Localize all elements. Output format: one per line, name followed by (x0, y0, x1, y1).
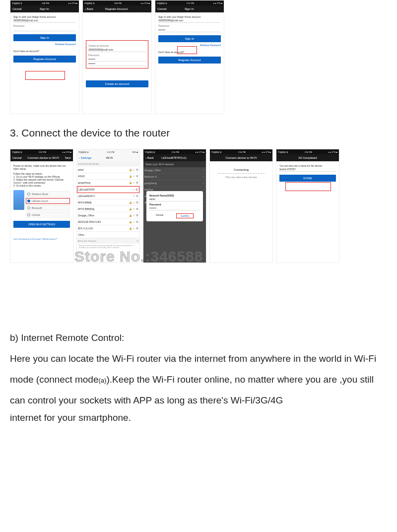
page-title: Wi-Fi (91, 156, 128, 159)
page-title: All Completed (288, 156, 327, 159)
page-title: Connect device to Wi-Fi (22, 156, 65, 159)
wifi-item[interactable]: LEDnet95A57Cᯤ ⓘ (77, 193, 139, 200)
email-field[interactable]: 393585099@mail.com (13, 18, 76, 23)
retrieve-password-link[interactable]: Retrieve Password (13, 43, 76, 46)
highlight-register (25, 71, 65, 80)
password-field[interactable]: •••••••• (158, 28, 221, 32)
phone-completed: 中国移动 令2:54 PM● ● 27% ■ All Completed You… (276, 149, 339, 263)
wifi-item[interactable]: MH专用网络5g🔒 ᯤ ⓘ (77, 206, 139, 212)
wifi-signal-icon: 🔒 ᯤ ⓘ (129, 168, 138, 171)
wifi-item-other[interactable]: Other... (77, 232, 139, 238)
cancel-button[interactable]: Cancel (12, 7, 22, 10)
password-confirm-field[interactable]: •••••••• (88, 62, 146, 66)
password-field[interactable] (13, 28, 76, 31)
wifi-item[interactable]: ASUS🔒 ᯤ ⓘ (77, 173, 139, 180)
section-b-body: Here you can locate the Wi-Fi router via… (10, 348, 387, 410)
wifi-item[interactable]: gongchengᯤ (143, 180, 206, 187)
done-button[interactable]: DONE (279, 175, 336, 182)
password-field[interactable]: •••••••• (88, 57, 146, 62)
cancel-button[interactable]: Cancel (156, 213, 164, 218)
connecting-sub: This may take a few minutes (213, 176, 269, 179)
wifi-password-field[interactable]: •••••••• (149, 206, 200, 210)
step-3-heading: 3. Connect the device to the router (10, 127, 387, 139)
wifi-item[interactable]: Zengge_Officeᯤ (143, 167, 206, 174)
signin-screens-row: 中国移动 令2:08 PM● ● 27% ■ CancelSign In Sig… (10, 0, 387, 114)
page-title: LEDnet878787(v1) (154, 156, 194, 159)
wifi-item[interactable]: MH专用网络🔒 ᯤ ⓘ (77, 200, 139, 206)
wifi-network-list: aslan🔒 ᯤ ⓘ ASUS🔒 ᯤ ⓘ gongcheng🔒 ᯤ ⓘ LEDn… (77, 167, 139, 238)
back-button[interactable]: ‹ Back (145, 156, 154, 159)
highlight-done (285, 182, 331, 191)
wifi-password-modal: Network Name(SSID) aslan Password ••••••… (146, 191, 203, 221)
page-title: Sign In (167, 7, 212, 10)
wifi-item[interactable]: aslan🔒 ᯤ ⓘ (77, 167, 139, 173)
section-b-heading: b) Internet Remote Control: (10, 332, 387, 343)
wifi-item[interactable]: Bedroom Aᯤ (143, 174, 206, 180)
sign-in-button[interactable]: Sign In (13, 34, 76, 41)
register-account-button[interactable]: Register Account (158, 57, 221, 64)
cant-find-link[interactable]: Can't find network of the format "LEDnet… (13, 238, 70, 240)
open-wifi-settings-button[interactable]: OPEN WI-FI SETTINGS (13, 221, 70, 228)
page-title: Register Account (93, 7, 139, 10)
section-b-body-tail: internet for your smartphone. (10, 410, 387, 425)
phone-signin-empty: 中国移动 令2:08 PM● ● 27% ■ CancelSign In Sig… (10, 0, 79, 114)
phone-illustration (13, 190, 24, 210)
connect-router-row: 中国移动 令2:52 PM● ● 27% ■ CancelConnect dev… (10, 149, 387, 263)
wifi-item[interactable]: ZENGGE-RDD-5.8G🔒 ᯤ ⓘ (77, 219, 139, 225)
wifi-item-lednet[interactable]: LEDnet878787ᯤ ⓘ (77, 186, 139, 193)
create-account-button[interactable]: Create an account (86, 80, 148, 87)
device-name-field[interactable]: Switch 878787 (279, 167, 336, 172)
phone-wifi-settings: 中国移动 令2:52 PM96% ■ ‹ SettingsWi-Fi CHOOS… (76, 149, 140, 263)
phone-signin-filled: 中国移动 令2:11 PM● ● 27% ■ CancelSign In Sig… (155, 0, 224, 114)
phone-select-wifi: 中国移动 令2:54 PM● ● 27% ■ ‹ BackLEDnet87878… (143, 149, 206, 263)
back-button[interactable]: ‹ Back (85, 7, 93, 10)
cancel-button[interactable]: Cancel (12, 156, 22, 159)
page-title: Connect device to Wi-Fi (222, 156, 261, 159)
phone-connecting: 中国移动 令2:54 PM● ● 27% ■ Connect device to… (209, 149, 273, 263)
wifi-item[interactable]: Zengge_Office🔒 ᯤ ⓘ (77, 212, 139, 219)
page-title: Sign In (22, 7, 67, 10)
toggle-icon[interactable]: ◯ (136, 240, 138, 242)
wifi-item[interactable]: 新年大吉大利🔒 ᯤ ⓘ (77, 225, 139, 232)
sign-in-button[interactable]: Sign In (158, 35, 221, 42)
ssid-field[interactable]: aslan (149, 197, 200, 201)
wifi-item[interactable]: gongcheng🔒 ᯤ ⓘ (77, 180, 139, 186)
phone-register: 中国移动 令2:09 PM● ● 27% ■ ‹ BackRegister Ac… (82, 0, 152, 114)
connecting-title: Connecting (213, 168, 269, 171)
cancel-button[interactable]: Cancel (157, 7, 167, 10)
email-field[interactable]: 393585099@mail.com (158, 18, 221, 23)
email-field[interactable]: 393585099@mail.com (88, 48, 146, 52)
next-button[interactable]: Next (65, 156, 71, 159)
back-button[interactable]: ‹ Settings (79, 156, 91, 159)
register-account-button[interactable]: Register Account (13, 56, 76, 63)
highlight-signin (177, 46, 197, 54)
confirm-button[interactable]: Confirm (176, 213, 194, 218)
phone-connect-instructions: 中国移动 令2:52 PM● ● 27% ■ CancelConnect dev… (10, 149, 73, 263)
